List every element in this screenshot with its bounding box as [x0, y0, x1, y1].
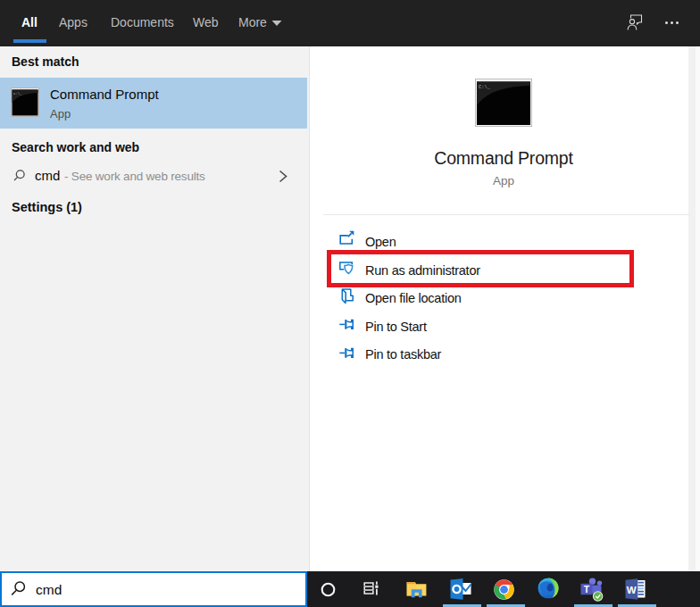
svg-text:T: T: [584, 584, 590, 595]
svg-text:W: W: [627, 585, 637, 595]
svg-text:C:\_: C:\_: [13, 92, 22, 96]
svg-text:C:\_: C:\_: [479, 85, 491, 90]
